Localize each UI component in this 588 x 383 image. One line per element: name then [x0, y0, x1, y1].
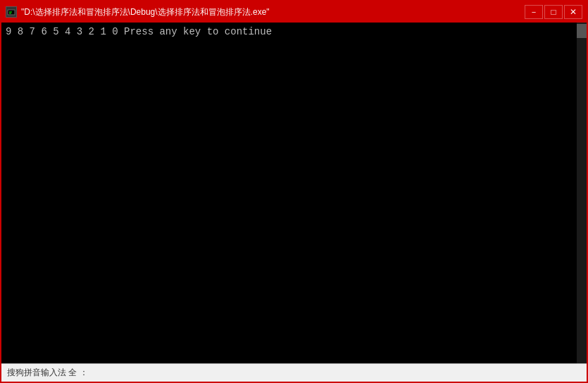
console-output: 9 8 7 6 5 4 3 2 1 0 Press any key to con… [1, 23, 587, 363]
title-bar: "D:\选择排序法和冒泡排序法\Debug\选择排序法和冒泡排序法.exe" －… [1, 1, 587, 23]
scrollbar-thumb[interactable] [577, 24, 587, 38]
window-title: "D:\选择排序法和冒泡排序法\Debug\选择排序法和冒泡排序法.exe" [21, 6, 270, 18]
ime-status: 搜狗拼音输入法 全 ： [7, 367, 88, 379]
title-buttons: － □ ✕ [525, 5, 582, 19]
status-bar: 搜狗拼音输入法 全 ： [1, 363, 587, 382]
cmd-icon [6, 6, 17, 18]
console-area: 9 8 7 6 5 4 3 2 1 0 Press any key to con… [1, 23, 587, 363]
window: "D:\选择排序法和冒泡排序法\Debug\选择排序法和冒泡排序法.exe" －… [0, 0, 588, 383]
scrollbar[interactable] [577, 23, 587, 363]
minimize-button[interactable]: － [525, 5, 543, 19]
close-button[interactable]: ✕ [564, 5, 582, 19]
title-bar-left: "D:\选择排序法和冒泡排序法\Debug\选择排序法和冒泡排序法.exe" [6, 6, 270, 18]
maximize-button[interactable]: □ [544, 5, 563, 19]
